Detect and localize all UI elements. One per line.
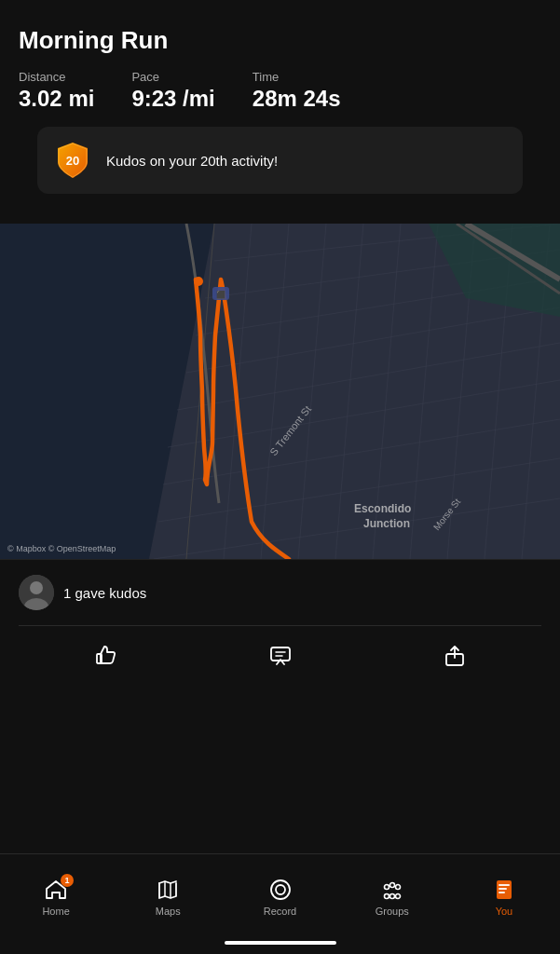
kudos-banner-text: Kudos on your 20th activity! [106,153,278,169]
distance-value: 3.02 mi [19,86,94,112]
kudos-giver-avatar [19,575,54,610]
home-bar [225,941,336,945]
kudos-givers-row: 1 gave kudos [19,575,541,610]
maps-nav-icon-container [156,878,180,902]
svg-rect-53 [499,888,507,890]
svg-text:Junction: Junction [363,517,410,530]
time-label: Time [253,70,341,84]
svg-point-46 [395,884,400,889]
time-value: 28m 24s [253,86,341,112]
home-badge: 1 [61,874,74,887]
svg-point-43 [271,880,290,899]
svg-point-45 [384,884,389,889]
record-icon [268,878,293,902]
svg-text:Escondido: Escondido [354,502,411,515]
nav-item-record[interactable]: Record [224,854,335,935]
map-attribution: © Mapbox © OpenStreetMap [7,544,116,553]
groups-icon [380,878,404,902]
svg-text:⬛: ⬛ [216,290,225,299]
activity-title: Morning Run [19,26,541,55]
bottom-nav: 1 Home Maps R [0,853,560,935]
kudos-badge-icon: 20 [52,140,93,181]
svg-point-47 [389,882,394,887]
map-canvas: S Tremont St Escondido Junction Morse St… [0,224,560,559]
maps-nav-label: Maps [156,906,181,917]
svg-point-48 [384,893,389,898]
svg-rect-52 [499,884,510,886]
svg-rect-54 [499,892,505,893]
pace-value: 9:23 /mi [131,86,214,112]
nav-item-groups[interactable]: Groups [336,854,448,935]
nav-item-you[interactable]: You [448,854,560,935]
share-button[interactable] [419,635,490,676]
comment-icon [267,643,294,669]
home-nav-label: Home [42,906,69,917]
header-section: Morning Run Distance 3.02 mi Pace 9:23 /… [0,0,560,224]
nav-item-maps[interactable]: Maps [112,854,224,935]
svg-rect-36 [97,654,102,663]
svg-point-50 [389,893,394,898]
groups-nav-icon-container [380,878,404,902]
pace-label: Pace [131,70,214,84]
like-button[interactable] [71,635,142,676]
svg-point-33 [30,581,43,594]
app-container: Morning Run Distance 3.02 mi Pace 9:23 /… [0,0,560,954]
home-nav-icon-container: 1 [44,878,68,902]
svg-rect-37 [271,647,290,661]
stat-time: Time 28m 24s [253,70,341,112]
share-icon [442,643,468,669]
you-icon [492,878,516,902]
spacer [0,697,560,853]
you-nav-label: You [496,906,513,917]
comment-button[interactable] [245,635,316,676]
record-nav-icon-container [268,878,293,902]
nav-item-home[interactable]: 1 Home [0,854,112,935]
distance-label: Distance [19,70,94,84]
social-section: 1 gave kudos [0,559,560,697]
stat-distance: Distance 3.02 mi [19,70,94,112]
avatar-icon [19,575,54,610]
svg-point-49 [395,893,400,898]
kudos-banner[interactable]: 20 Kudos on your 20th activity! [37,127,523,194]
stats-row: Distance 3.02 mi Pace 9:23 /mi Time 28m … [19,70,541,112]
maps-icon [156,878,180,902]
groups-nav-label: Groups [376,906,409,917]
kudos-givers-text: 1 gave kudos [63,585,146,601]
svg-text:20: 20 [66,154,79,168]
home-indicator [0,935,560,954]
stat-pace: Pace 9:23 /mi [131,70,214,112]
thumbs-up-icon [93,643,119,669]
action-row [19,625,541,689]
you-nav-icon-container [492,878,516,902]
record-nav-label: Record [264,906,296,917]
svg-point-29 [194,277,203,286]
map-section[interactable]: S Tremont St Escondido Junction Morse St… [0,224,560,559]
svg-point-44 [276,885,285,894]
